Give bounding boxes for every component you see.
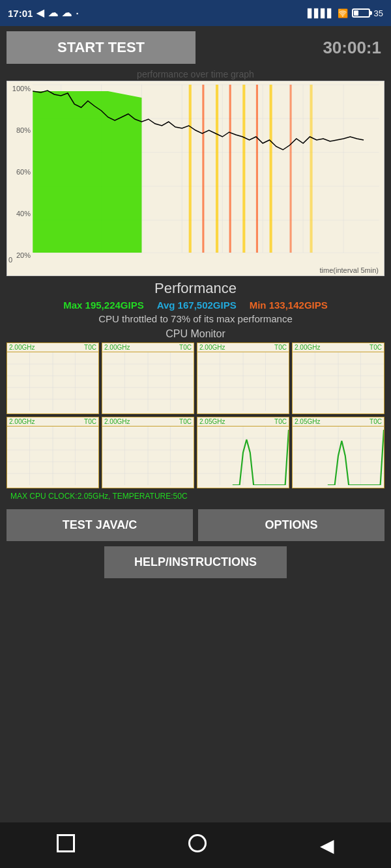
- cpu-cell-body-6: [197, 427, 289, 485]
- cpu-cell-0: 2.00GHz T0C: [7, 343, 99, 414]
- cpu-cell-header-2: 2.00GHz T0C: [197, 343, 289, 352]
- nav-back-icon[interactable]: ◀: [320, 835, 334, 856]
- status-left: 17:01 ◀ ☁ ☁ ·: [8, 7, 79, 19]
- navigation-icon: ◀: [36, 7, 44, 19]
- cpu-monitor-section: CPU Monitor 2.00GHz T0C: [7, 328, 384, 503]
- cpu-cell-body-1: [102, 352, 194, 411]
- cpu-cell-body-4: [7, 427, 98, 485]
- cpu-freq-1: 2.00GHz: [104, 344, 130, 351]
- performance-stats: Max 195,224GIPS Avg 167,502GIPS Min 133,…: [7, 300, 384, 311]
- y-label-80: 80%: [8, 126, 31, 134]
- cpu-monitor-title: CPU Monitor: [7, 328, 384, 340]
- svg-rect-20: [242, 85, 245, 253]
- y-label-0: 0: [8, 256, 12, 264]
- y-label-40: 40%: [8, 210, 31, 217]
- performance-title: Performance: [7, 280, 384, 297]
- cpu-freq-5: 2.00GHz: [104, 418, 130, 425]
- svg-rect-19: [229, 85, 231, 253]
- nav-square-icon[interactable]: [57, 834, 75, 857]
- performance-section: Performance Max 195,224GIPS Avg 167,502G…: [7, 280, 384, 324]
- cloud-icon-2: ☁: [62, 7, 72, 19]
- cpu-freq-7: 2.05GHz: [295, 418, 320, 425]
- nav-home-icon[interactable]: [188, 834, 207, 857]
- battery-icon: [352, 8, 370, 18]
- time-display: 17:01: [8, 8, 33, 19]
- svg-rect-18: [216, 85, 218, 253]
- svg-rect-22: [270, 85, 272, 253]
- perf-avg: Avg 167,502GIPS: [157, 300, 237, 311]
- cpu-cell-body-5: [102, 427, 194, 485]
- main-content: START TEST 30:00:1 performance over time…: [0, 26, 391, 583]
- cpu-grid: 2.00GHz T0C: [7, 343, 384, 488]
- cpu-cell-5: 2.00GHz T0C: [102, 417, 194, 488]
- svg-rect-17: [202, 85, 204, 253]
- graph-y-labels: 100% 80% 60% 40% 20%: [7, 81, 32, 262]
- start-test-button[interactable]: START TEST: [7, 31, 195, 64]
- cpu-cell-3: 2.00GHz T0C: [292, 343, 384, 414]
- y-label-100: 100%: [8, 85, 31, 92]
- cpu-temp-2: T0C: [274, 344, 287, 351]
- nav-home-circle[interactable]: [188, 834, 207, 852]
- svg-rect-23: [290, 85, 292, 253]
- cpu-status-bar: MAX CPU CLOCK:2.05GHz, TEMPERATURE:50C: [7, 490, 384, 503]
- wifi-icon: 🛜: [338, 8, 348, 18]
- battery-percent: 35: [374, 8, 383, 18]
- cpu-temp-0: T0C: [84, 344, 96, 351]
- svg-rect-24: [310, 85, 312, 253]
- cpu-cell-body-3: [293, 352, 384, 411]
- svg-rect-16: [189, 85, 192, 253]
- graph-svg: [7, 81, 384, 264]
- cpu-cell-6: 2.05GHz T0C: [197, 417, 289, 488]
- dot-icon: ·: [76, 8, 78, 19]
- cpu-cell-header-6: 2.05GHz T0C: [197, 417, 289, 427]
- cpu-temp-6: T0C: [274, 418, 287, 425]
- options-button[interactable]: OPTIONS: [198, 509, 384, 541]
- timer-display: 30:00:1: [195, 38, 384, 58]
- cpu-cell-header-4: 2.00GHz T0C: [7, 417, 98, 427]
- cpu-cell-header-3: 2.00GHz T0C: [293, 343, 384, 352]
- cpu-cell-1: 2.00GHz T0C: [102, 343, 194, 414]
- cpu-temp-1: T0C: [179, 344, 192, 351]
- cpu-freq-2: 2.00GHz: [199, 344, 225, 351]
- cpu-temp-7: T0C: [369, 418, 382, 425]
- cpu-cell-2: 2.00GHz T0C: [197, 343, 289, 414]
- y-label-60: 60%: [8, 168, 31, 176]
- svg-rect-21: [256, 85, 258, 253]
- perf-min: Min 133,142GIPS: [250, 300, 328, 311]
- test-java-button[interactable]: TEST JAVA/C: [7, 509, 193, 541]
- cpu-cell-body-7: [293, 427, 384, 485]
- perf-max: Max 195,224GIPS: [63, 300, 143, 311]
- cpu-cell-body-2: [197, 352, 289, 411]
- cpu-freq-0: 2.00GHz: [9, 344, 35, 351]
- cpu-cell-header-1: 2.00GHz T0C: [102, 343, 194, 352]
- cpu-cell-header-5: 2.00GHz T0C: [102, 417, 194, 427]
- help-instructions-button[interactable]: HELP/INSTRUCTIONS: [104, 546, 287, 578]
- nav-recents-icon[interactable]: [57, 834, 75, 852]
- status-right: ▋▋▋▋ 🛜 35: [308, 8, 383, 18]
- graph-title: performance over time graph: [7, 69, 384, 79]
- cpu-temp-5: T0C: [179, 418, 192, 425]
- signal-icon: ▋▋▋▋: [308, 8, 334, 18]
- cpu-cell-header-7: 2.05GHz T0C: [293, 417, 384, 427]
- cpu-cell-7: 2.05GHz T0C: [292, 417, 384, 488]
- cpu-freq-3: 2.00GHz: [295, 344, 320, 351]
- battery-fill: [354, 10, 359, 16]
- perf-throttle: CPU throttled to 73% of its max performa…: [7, 313, 384, 324]
- cpu-temp-4: T0C: [84, 418, 96, 425]
- status-bar: 17:01 ◀ ☁ ☁ · ▋▋▋▋ 🛜 35: [0, 0, 391, 26]
- nav-bar: ◀: [0, 822, 391, 868]
- graph-x-label: time(interval 5min): [320, 266, 379, 274]
- cpu-cell-4: 2.00GHz T0C: [7, 417, 99, 488]
- cpu-cell-body-0: [7, 352, 98, 411]
- cpu-freq-4: 2.00GHz: [9, 418, 35, 425]
- cpu-temp-3: T0C: [369, 344, 382, 351]
- top-controls: START TEST 30:00:1: [7, 31, 384, 64]
- cloud-icon: ☁: [48, 7, 58, 19]
- cpu-cell-header-0: 2.00GHz T0C: [7, 343, 98, 352]
- bottom-buttons: TEST JAVA/C OPTIONS: [7, 509, 384, 541]
- cpu-freq-6: 2.05GHz: [199, 418, 225, 425]
- performance-graph: 100% 80% 60% 40% 20% 0: [7, 81, 384, 276]
